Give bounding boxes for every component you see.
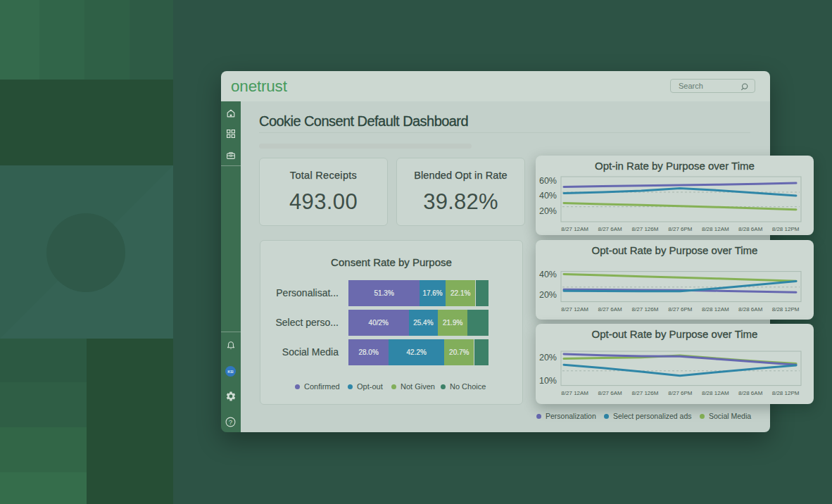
svg-text:8/28 12PM: 8/28 12PM	[772, 226, 800, 232]
svg-text:8/27 6AM: 8/27 6AM	[598, 226, 622, 232]
svg-text:8/27 6AM: 8/27 6AM	[598, 390, 622, 396]
svg-text:8/27 6PM: 8/27 6PM	[668, 390, 693, 396]
svg-text:8/28 12AM: 8/28 12AM	[702, 390, 729, 396]
svg-text:8/28 6AM: 8/28 6AM	[738, 226, 763, 232]
svg-text:40%: 40%	[539, 191, 557, 201]
svg-text:8/27 6PM: 8/27 6PM	[668, 306, 693, 313]
svg-text:8/28 12PM: 8/28 12PM	[772, 306, 800, 313]
svg-text:10%: 10%	[539, 376, 557, 386]
svg-text:8/28 6AM: 8/28 6AM	[738, 390, 763, 396]
svg-text:8/28 12AM: 8/28 12AM	[702, 306, 729, 313]
svg-text:8/28 6AM: 8/28 6AM	[738, 306, 763, 313]
svg-text:8/28 12AM: 8/28 12AM	[702, 226, 729, 232]
svg-text:8/28 12PM: 8/28 12PM	[772, 390, 800, 396]
svg-text:20%: 20%	[539, 206, 557, 216]
svg-text:20%: 20%	[539, 353, 557, 363]
svg-text:8/27 126M: 8/27 126M	[632, 226, 659, 232]
svg-text:20%: 20%	[539, 290, 557, 300]
svg-text:8/27 12AM: 8/27 12AM	[561, 306, 588, 313]
svg-text:?: ?	[229, 419, 232, 426]
svg-text:40%: 40%	[539, 270, 557, 279]
svg-text:8/27 126M: 8/27 126M	[632, 306, 659, 313]
svg-text:8/27 12AM: 8/27 12AM	[561, 226, 588, 232]
svg-text:8/27 6PM: 8/27 6PM	[668, 226, 693, 232]
svg-text:60%: 60%	[539, 176, 557, 186]
svg-text:8/27 12AM: 8/27 12AM	[561, 390, 588, 396]
svg-text:8/27 6AM: 8/27 6AM	[598, 306, 622, 313]
svg-text:8/27 126M: 8/27 126M	[632, 390, 659, 396]
